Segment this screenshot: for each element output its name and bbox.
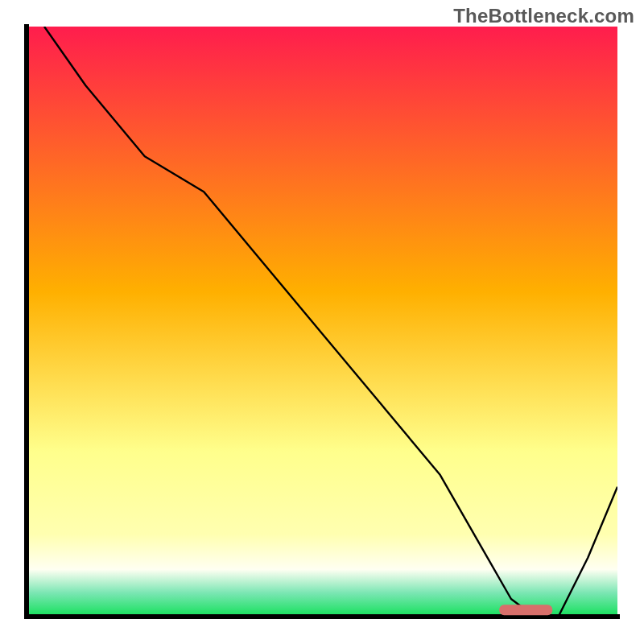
chart-stage: TheBottleneck.com	[0, 0, 644, 644]
plot-background	[27, 27, 617, 617]
optimal-range-marker	[499, 605, 552, 615]
bottleneck-chart	[0, 0, 644, 644]
watermark-text: TheBottleneck.com	[453, 5, 634, 27]
